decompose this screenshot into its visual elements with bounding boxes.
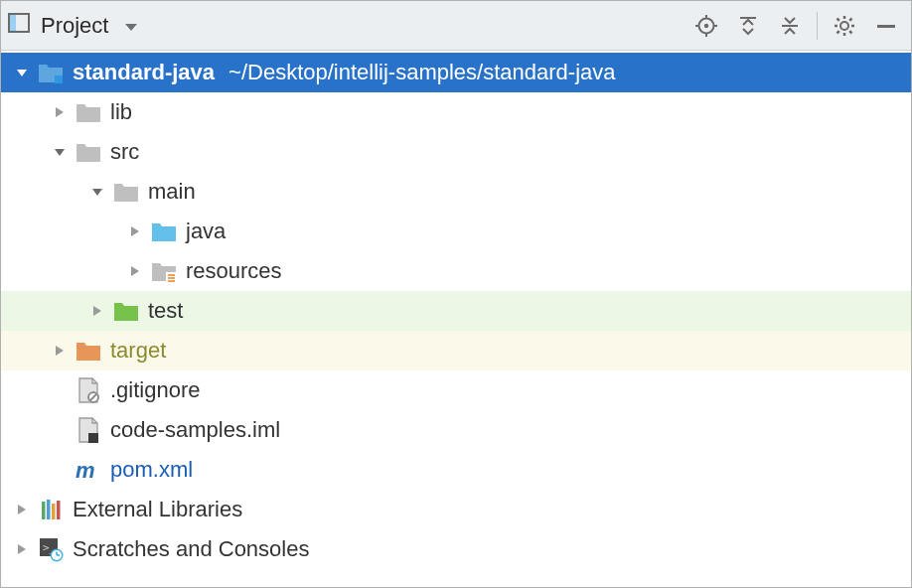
node-label: Scratches and Consoles bbox=[73, 536, 309, 562]
folder-label: lib bbox=[110, 99, 132, 125]
folder-icon bbox=[112, 178, 140, 206]
excluded-folder-icon bbox=[75, 337, 102, 365]
file-label: code-samples.iml bbox=[110, 417, 280, 443]
svg-rect-29 bbox=[88, 433, 98, 443]
file-label: .gitignore bbox=[110, 377, 201, 403]
chevron-right-icon[interactable] bbox=[124, 220, 146, 242]
resources-folder-icon bbox=[150, 257, 178, 285]
tree-node-src[interactable]: src bbox=[1, 132, 911, 172]
folder-label: resources bbox=[186, 258, 282, 284]
header-toolbar bbox=[687, 7, 905, 45]
tree-node-lib[interactable]: lib bbox=[1, 92, 911, 132]
chevron-right-icon[interactable] bbox=[11, 499, 33, 520]
tree-node-target[interactable]: target bbox=[1, 331, 911, 370]
chevron-down-icon[interactable] bbox=[11, 62, 33, 83]
folder-icon bbox=[75, 138, 102, 166]
folder-label: test bbox=[148, 298, 183, 324]
chevron-right-icon[interactable] bbox=[49, 101, 71, 123]
svg-line-18 bbox=[837, 31, 839, 33]
svg-line-17 bbox=[849, 31, 851, 33]
folder-icon bbox=[75, 98, 102, 126]
tree-node-iml[interactable]: code-samples.iml bbox=[1, 410, 911, 450]
ignored-file-icon bbox=[75, 376, 102, 404]
project-view-title: Project bbox=[41, 13, 108, 39]
chevron-right-icon[interactable] bbox=[11, 538, 33, 560]
dropdown-triangle-icon bbox=[124, 13, 138, 39]
chevron-spacer bbox=[49, 419, 71, 441]
tree-node-project-root[interactable]: standard-java ~/Desktop/intellij-samples… bbox=[1, 53, 911, 92]
svg-rect-32 bbox=[47, 500, 51, 519]
tree-node-scratches[interactable]: >_ Scratches and Consoles bbox=[1, 529, 911, 569]
locate-button[interactable] bbox=[687, 7, 725, 45]
maven-file-icon: m bbox=[75, 456, 102, 484]
chevron-right-icon[interactable] bbox=[86, 300, 108, 322]
svg-rect-31 bbox=[42, 502, 46, 519]
toolbar-divider bbox=[817, 12, 818, 40]
svg-line-16 bbox=[837, 18, 839, 20]
file-label: pom.xml bbox=[110, 457, 193, 483]
collapse-all-icon bbox=[778, 14, 802, 38]
expand-all-button[interactable] bbox=[729, 7, 767, 45]
settings-button[interactable] bbox=[826, 7, 863, 45]
test-folder-icon bbox=[112, 297, 140, 325]
chevron-spacer bbox=[49, 459, 71, 481]
svg-text:m: m bbox=[76, 458, 95, 482]
chevron-spacer bbox=[49, 379, 71, 401]
minimize-icon bbox=[875, 15, 897, 37]
svg-point-11 bbox=[840, 22, 848, 30]
svg-rect-33 bbox=[52, 504, 56, 519]
module-folder-icon bbox=[37, 59, 65, 86]
tree-node-pom[interactable]: m pom.xml bbox=[1, 450, 911, 490]
chevron-right-icon[interactable] bbox=[49, 340, 71, 362]
tree-node-main[interactable]: main bbox=[1, 172, 911, 212]
tree-node-java[interactable]: java bbox=[1, 212, 911, 251]
scratch-icon: >_ bbox=[37, 535, 65, 563]
tree-node-gitignore[interactable]: .gitignore bbox=[1, 370, 911, 410]
svg-rect-20 bbox=[877, 25, 895, 28]
node-label: External Libraries bbox=[73, 497, 242, 522]
project-panel-icon bbox=[7, 11, 31, 41]
target-icon bbox=[694, 14, 718, 38]
project-name-label: standard-java bbox=[73, 60, 215, 85]
svg-rect-34 bbox=[57, 501, 61, 519]
expand-all-icon bbox=[736, 14, 760, 38]
folder-label: src bbox=[110, 139, 139, 165]
folder-label: target bbox=[110, 338, 166, 364]
folder-label: main bbox=[148, 179, 196, 205]
chevron-right-icon[interactable] bbox=[124, 260, 146, 282]
project-view-selector[interactable]: Project bbox=[7, 11, 138, 41]
svg-line-19 bbox=[849, 18, 851, 20]
chevron-down-icon[interactable] bbox=[49, 141, 71, 163]
libraries-icon bbox=[37, 496, 65, 523]
source-folder-icon bbox=[150, 218, 178, 245]
tree-node-resources[interactable]: resources bbox=[1, 251, 911, 291]
project-header: Project bbox=[1, 1, 911, 51]
gear-icon bbox=[833, 14, 856, 38]
project-path-label: ~/Desktop/intellij-samples/standard-java bbox=[228, 60, 615, 85]
chevron-down-icon[interactable] bbox=[86, 181, 108, 203]
module-file-icon bbox=[75, 416, 102, 444]
folder-label: java bbox=[186, 219, 226, 244]
collapse-all-button[interactable] bbox=[771, 7, 809, 45]
svg-rect-1 bbox=[9, 14, 16, 32]
svg-rect-21 bbox=[55, 75, 63, 83]
project-tree[interactable]: standard-java ~/Desktop/intellij-samples… bbox=[1, 51, 911, 587]
tree-node-test[interactable]: test bbox=[1, 291, 911, 331]
svg-point-4 bbox=[704, 23, 708, 27]
project-tool-window: Project bbox=[0, 0, 912, 588]
tree-node-external-libraries[interactable]: External Libraries bbox=[1, 490, 911, 529]
hide-button[interactable] bbox=[867, 7, 905, 45]
